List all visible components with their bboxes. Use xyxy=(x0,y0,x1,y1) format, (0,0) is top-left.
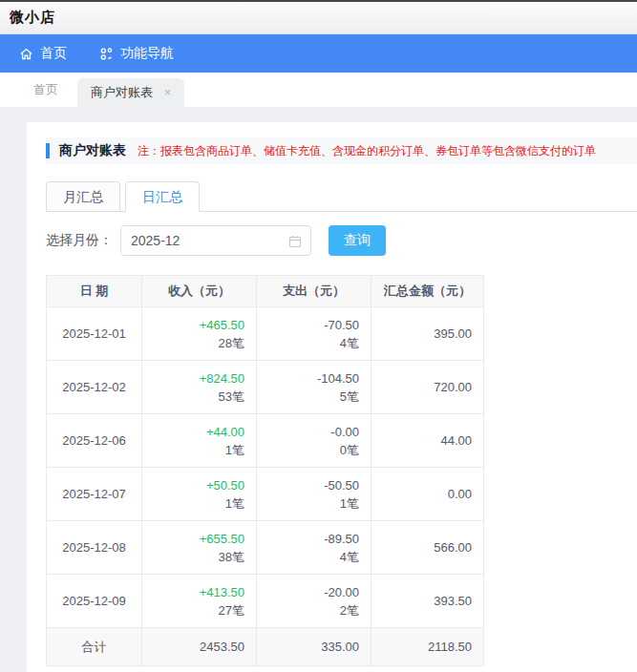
row-income-cell: +413.50 27笔 xyxy=(142,575,257,628)
row-expense-amount: -70.50 xyxy=(257,316,359,334)
row-income-count: 1笔 xyxy=(142,494,244,513)
row-total: 0.00 xyxy=(372,468,484,521)
month-picker-value: 2025-12 xyxy=(131,233,180,248)
row-expense-amount: -0.00 xyxy=(257,423,359,441)
row-income-amount: +44.00 xyxy=(142,423,244,441)
table-row: 2025-12-02 +824.50 53笔 -104.50 5笔 720.00 xyxy=(47,361,484,414)
row-total: 395.00 xyxy=(372,307,484,361)
row-income-count: 28笔 xyxy=(142,334,244,352)
title-accent-bar xyxy=(46,143,50,158)
page-background: 商户对账表 注：报表包含商品订单、储值卡充值、含现金的积分订单、券包订单等包含微… xyxy=(0,107,637,672)
row-expense-count: 4笔 xyxy=(257,548,359,566)
query-button[interactable]: 查询 xyxy=(329,225,386,256)
row-expense-amount: -20.00 xyxy=(257,583,359,601)
row-income-amount: +465.50 xyxy=(142,316,244,334)
filter-row: 选择月份： 2025-12 查询 xyxy=(46,225,637,256)
row-income-amount: +50.50 xyxy=(142,476,244,494)
row-expense-cell: -89.50 4笔 xyxy=(257,521,372,575)
row-date: 2025-12-06 xyxy=(47,414,142,468)
row-expense-count: 4笔 xyxy=(257,334,359,352)
row-expense-amount: -50.50 xyxy=(257,476,359,494)
row-date: 2025-12-08 xyxy=(47,521,142,575)
table-row: 2025-12-09 +413.50 27笔 -20.00 2笔 393.50 xyxy=(47,575,484,628)
table-footer: 合计 2453.50 335.00 2118.50 xyxy=(47,628,484,666)
header-income: 收入（元） xyxy=(142,276,257,307)
tab-day-summary[interactable]: 日汇总 xyxy=(125,181,200,212)
row-total: 720.00 xyxy=(372,361,484,414)
report-note: 注：报表包含商品订单、储值卡充值、含现金的积分订单、券包订单等包含微信支付的订单 xyxy=(138,143,596,159)
row-income-count: 38笔 xyxy=(142,548,244,566)
row-expense-cell: -104.50 5笔 xyxy=(257,361,372,414)
total-row: 合计 2453.50 335.00 2118.50 xyxy=(47,628,484,666)
calendar-icon xyxy=(287,234,303,249)
row-income-amount: +655.50 xyxy=(142,530,244,548)
app-title: 微小店 xyxy=(10,9,55,27)
tab-month-summary[interactable]: 月汇总 xyxy=(46,181,120,212)
row-expense-amount: -104.50 xyxy=(257,369,359,388)
row-expense-count: 0笔 xyxy=(257,441,359,459)
nav-item-home[interactable]: 首页 xyxy=(19,45,67,62)
summary-tabs: 月汇总 日汇总 xyxy=(46,181,637,212)
table-header-row: 日 期 收入（元） 支出（元） 汇总金额（元） xyxy=(47,276,484,307)
month-picker-input[interactable]: 2025-12 xyxy=(120,225,311,256)
row-income-count: 27笔 xyxy=(142,601,244,620)
row-income-count: 1笔 xyxy=(142,441,244,459)
row-income-amount: +413.50 xyxy=(142,583,244,601)
document-tabstrip: 首页 商户对账表 × xyxy=(0,73,637,107)
row-expense-cell: -50.50 1笔 xyxy=(257,468,372,521)
nav-item-label: 首页 xyxy=(40,45,67,62)
table-row: 2025-12-07 +50.50 1笔 -50.50 1笔 0.00 xyxy=(47,468,484,521)
tab-home[interactable]: 首页 xyxy=(33,81,58,98)
table-row: 2025-12-08 +655.50 38笔 -89.50 4笔 566.00 xyxy=(47,521,484,575)
row-expense-count: 2笔 xyxy=(257,601,359,620)
close-icon[interactable]: × xyxy=(164,87,171,98)
row-expense-cell: -20.00 2笔 xyxy=(257,575,372,628)
report-card: 商户对账表 注：报表包含商品订单、储值卡充值、含现金的积分订单、券包订单等包含微… xyxy=(27,122,637,672)
total-sum: 2118.50 xyxy=(372,628,484,666)
row-date: 2025-12-02 xyxy=(47,361,142,414)
row-total: 566.00 xyxy=(372,521,484,575)
row-income-cell: +50.50 1笔 xyxy=(142,468,257,521)
home-icon xyxy=(19,47,33,61)
total-income: 2453.50 xyxy=(142,628,257,666)
row-income-cell: +44.00 1笔 xyxy=(142,414,257,468)
header-date: 日 期 xyxy=(47,276,142,307)
row-date: 2025-12-01 xyxy=(47,307,142,361)
main-navbar: 首页 功能导航 xyxy=(0,34,637,73)
row-expense-cell: -70.50 4笔 xyxy=(257,307,372,361)
nav-item-function-nav[interactable]: 功能导航 xyxy=(99,45,174,62)
apps-icon xyxy=(99,47,114,61)
row-total: 393.50 xyxy=(372,575,484,628)
row-expense-count: 1笔 xyxy=(257,494,359,513)
panel-header: 商户对账表 注：报表包含商品订单、储值卡充值、含现金的积分订单、券包订单等包含微… xyxy=(46,137,637,164)
row-income-cell: +824.50 53笔 xyxy=(142,361,257,414)
nav-item-label: 功能导航 xyxy=(120,45,174,62)
reconciliation-table: 日 期 收入（元） 支出（元） 汇总金额（元） 2025-12-01 +465.… xyxy=(46,275,484,666)
table-row: 2025-12-01 +465.50 28笔 -70.50 4笔 395.00 xyxy=(47,307,484,361)
table-header: 日 期 收入（元） 支出（元） 汇总金额（元） xyxy=(47,276,484,307)
row-income-amount: +824.50 xyxy=(142,369,244,388)
table-row: 2025-12-06 +44.00 1笔 -0.00 0笔 44.00 xyxy=(47,414,484,468)
table-body: 2025-12-01 +465.50 28笔 -70.50 4笔 395.00 … xyxy=(47,307,484,628)
row-expense-amount: -89.50 xyxy=(257,530,359,548)
header-expense: 支出（元） xyxy=(257,276,372,307)
row-total: 44.00 xyxy=(372,414,484,468)
row-expense-count: 5笔 xyxy=(257,388,359,406)
header-total: 汇总金额（元） xyxy=(372,276,484,307)
row-expense-cell: -0.00 0笔 xyxy=(257,414,372,468)
total-expense: 335.00 xyxy=(257,628,372,666)
row-date: 2025-12-07 xyxy=(47,468,142,521)
total-label: 合计 xyxy=(47,628,142,666)
app-titlebar: 微小店 xyxy=(0,2,637,34)
row-income-cell: +655.50 38笔 xyxy=(142,521,257,575)
row-date: 2025-12-09 xyxy=(47,575,142,628)
page-title: 商户对账表 xyxy=(59,142,126,159)
month-picker-label: 选择月份： xyxy=(46,232,113,249)
row-income-count: 53笔 xyxy=(142,388,244,406)
row-income-cell: +465.50 28笔 xyxy=(142,307,257,361)
tab-label: 商户对账表 xyxy=(91,84,153,101)
tab-merchant-reconciliation[interactable]: 商户对账表 × xyxy=(77,78,184,107)
